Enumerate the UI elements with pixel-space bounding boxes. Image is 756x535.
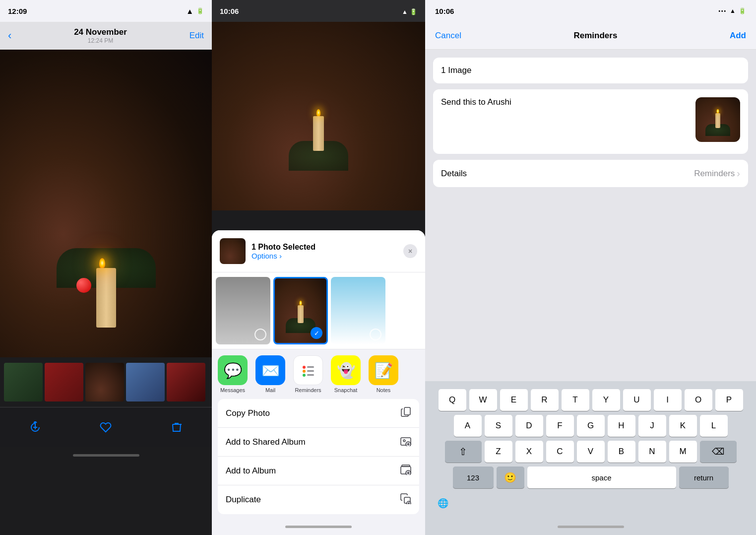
key-N[interactable]: N xyxy=(638,441,666,463)
details-card[interactable]: Details Reminders › xyxy=(433,160,748,187)
home-indicator-photos xyxy=(0,447,212,464)
candle-flame xyxy=(99,258,105,268)
svg-rect-4 xyxy=(307,366,314,368)
key-A[interactable]: A xyxy=(454,415,482,437)
action-copy-photo[interactable]: Copy Photo xyxy=(218,399,419,428)
wifi-icon-reminders: ▲ xyxy=(730,7,736,14)
share-sheet: 1 Photo Selected Options › × xyxy=(212,230,425,535)
key-L[interactable]: L xyxy=(700,415,728,437)
action-add-shared-album[interactable]: Add to Shared Album xyxy=(218,428,419,457)
svg-point-1 xyxy=(303,366,306,369)
message-card[interactable]: Send this to Arushi xyxy=(433,89,748,154)
photo-select-1[interactable] xyxy=(216,277,270,344)
cancel-button[interactable]: Cancel xyxy=(435,31,461,41)
photos-background xyxy=(212,22,425,210)
key-R[interactable]: R xyxy=(531,389,559,411)
action-duplicate[interactable]: Duplicate xyxy=(218,485,419,514)
share-options-link[interactable]: Options › xyxy=(252,252,315,260)
key-shift[interactable]: ⇧ xyxy=(445,441,482,463)
key-123[interactable]: 123 xyxy=(453,467,494,488)
key-B[interactable]: B xyxy=(608,441,635,463)
app-icon-reminders[interactable]: Reminders xyxy=(293,355,323,393)
key-O[interactable]: O xyxy=(685,389,712,411)
key-return[interactable]: return xyxy=(679,467,729,488)
key-C[interactable]: C xyxy=(546,441,574,463)
app-icon-snapchat[interactable]: 👻 Snapchat xyxy=(331,355,361,393)
nav-bar-photos: ‹ 24 November 12:24 PM Edit xyxy=(0,22,212,50)
share-count: 1 Photo Selected xyxy=(252,243,315,252)
svg-rect-6 xyxy=(307,374,314,376)
bg-candle xyxy=(313,116,324,151)
thumbnail-5[interactable] xyxy=(167,363,205,401)
key-emoji[interactable]: 🙂 xyxy=(497,467,524,488)
app-icon-messages[interactable]: 💬 Messages xyxy=(218,355,248,393)
key-J[interactable]: J xyxy=(638,415,666,437)
add-album-label: Add to Album xyxy=(226,466,276,476)
key-P[interactable]: P xyxy=(715,389,743,411)
key-I[interactable]: I xyxy=(654,389,682,411)
key-X[interactable]: X xyxy=(515,441,543,463)
photo-select-3[interactable] xyxy=(331,277,385,344)
key-S[interactable]: S xyxy=(485,415,512,437)
add-shared-album-icon xyxy=(400,435,411,449)
heart-button[interactable] xyxy=(95,416,117,438)
action-list: Copy Photo Add to Shared Album xyxy=(218,399,419,514)
key-H[interactable]: H xyxy=(608,415,635,437)
key-delete[interactable]: ⌫ xyxy=(700,441,737,463)
trash-button[interactable] xyxy=(166,416,188,438)
home-indicator-reminders xyxy=(425,518,756,535)
action-add-album[interactable]: Add to Album xyxy=(218,457,419,485)
messages-label: Messages xyxy=(220,387,245,393)
nav-time: 12:24 PM xyxy=(74,37,127,44)
key-D[interactable]: D xyxy=(515,415,543,437)
key-U[interactable]: U xyxy=(623,389,651,411)
share-button[interactable] xyxy=(24,416,46,438)
edit-button-photos[interactable]: Edit xyxy=(189,31,204,41)
nav-date: 24 November xyxy=(74,27,127,37)
key-globe[interactable]: 🌐 xyxy=(429,492,457,514)
thumbnail-2[interactable] xyxy=(45,363,83,401)
keyboard-globe-row: 🌐 xyxy=(425,492,756,518)
notes-label: Notes xyxy=(377,387,391,393)
key-T[interactable]: T xyxy=(562,389,589,411)
add-button[interactable]: Add xyxy=(730,31,746,41)
reminders-title: Reminders xyxy=(574,31,618,41)
photo-select-2[interactable]: ✓ xyxy=(273,277,328,344)
details-value: Reminders › xyxy=(694,168,740,179)
status-time-reminders: 10:06 xyxy=(435,7,454,15)
key-Q[interactable]: Q xyxy=(439,389,466,411)
status-bar-photos: 12:09 ▲ 🔋 xyxy=(0,0,212,22)
reminders-label: Reminders xyxy=(295,387,321,393)
status-icons-photos: ▲ 🔋 xyxy=(186,7,204,15)
key-G[interactable]: G xyxy=(577,415,605,437)
thumbnail-3[interactable] xyxy=(85,363,124,401)
home-bar-share xyxy=(285,526,352,528)
key-W[interactable]: W xyxy=(469,389,497,411)
key-M[interactable]: M xyxy=(669,441,697,463)
key-F[interactable]: F xyxy=(546,415,574,437)
svg-rect-14 xyxy=(402,465,410,467)
share-header: 1 Photo Selected Options › × xyxy=(212,230,425,272)
key-Z[interactable]: Z xyxy=(485,441,512,463)
key-E[interactable]: E xyxy=(500,389,528,411)
notes-icon: 📝 xyxy=(369,355,398,385)
dots-icon-reminders: ••• xyxy=(719,8,727,14)
thumbnail-4[interactable] xyxy=(126,363,165,401)
reminders-content: 1 Image Send this to Arushi Details Remi… xyxy=(425,50,756,195)
mail-icon: ✉️ xyxy=(255,355,285,385)
battery-icon-reminders: 🔋 xyxy=(739,7,746,14)
details-reminders-text: Reminders xyxy=(694,169,735,179)
key-Y[interactable]: Y xyxy=(592,389,620,411)
bg-flame xyxy=(316,109,320,116)
app-icon-mail[interactable]: ✉️ Mail xyxy=(255,355,285,393)
thumbnail-1[interactable] xyxy=(4,363,43,401)
copy-photo-label: Copy Photo xyxy=(226,408,270,418)
key-space[interactable]: space xyxy=(527,467,676,488)
share-close-button[interactable]: × xyxy=(403,244,417,258)
key-K[interactable]: K xyxy=(669,415,697,437)
app-icon-notes[interactable]: 📝 Notes xyxy=(369,355,398,393)
action-list-container: Copy Photo Add to Shared Album xyxy=(212,399,425,518)
back-button-photos[interactable]: ‹ xyxy=(8,29,11,42)
status-bar-reminders: 10:06 ••• ▲ 🔋 xyxy=(425,0,756,22)
key-V[interactable]: V xyxy=(577,441,605,463)
